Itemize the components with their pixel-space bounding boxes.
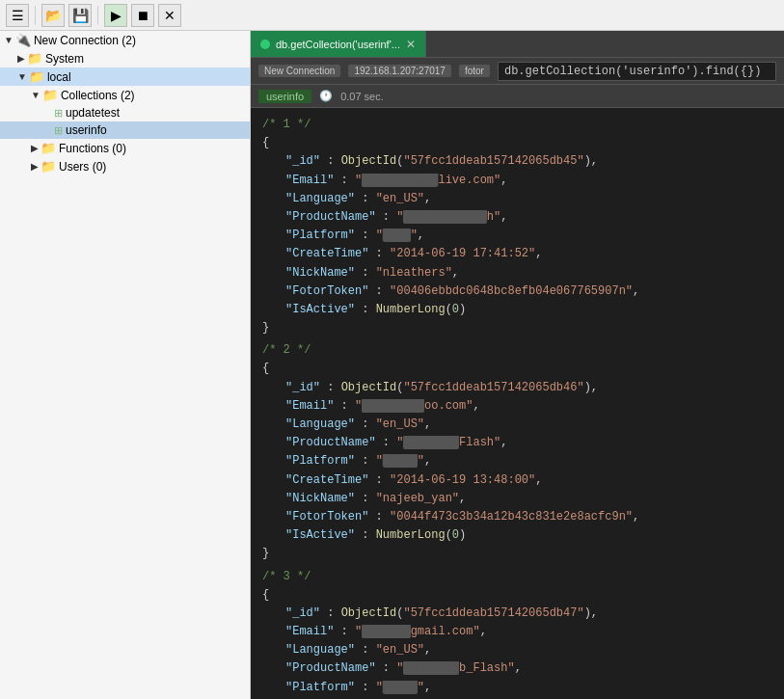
record-3: /* 3 */ { "_id" : ObjectId("57fcc1ddeab1… bbox=[262, 568, 772, 697]
collections-label: Collections (2) bbox=[61, 89, 135, 102]
clock-icon: 🕐 bbox=[319, 90, 333, 102]
main-layout: ▼ 🔌 New Connection (2) ▶ 📁 System ▼ 📁 lo… bbox=[0, 31, 784, 699]
record-1: /* 1 */ { "_id" : ObjectId("57fcc1ddeab1… bbox=[262, 116, 772, 337]
functions-icon: 📁 bbox=[41, 141, 56, 155]
address-badge: 192.168.1.207:27017 bbox=[348, 65, 451, 77]
users-arrow: ▶ bbox=[31, 161, 39, 172]
toolbar-sep-1 bbox=[35, 6, 36, 25]
expand-arrow: ▼ bbox=[4, 35, 14, 45]
query-time: 0.07 sec. bbox=[340, 91, 384, 102]
toolbar-menu-btn[interactable]: ☰ bbox=[6, 4, 29, 27]
sidebar-item-updatetest[interactable]: ▶ ⊞ updatetest bbox=[0, 104, 250, 121]
tab-label: db.getCollection('userinf'... bbox=[276, 39, 400, 50]
record-2: /* 2 */ { "_id" : ObjectId("57fcc1ddeab1… bbox=[262, 341, 772, 563]
query-bar: New Connection 192.168.1.207:27017 fotor bbox=[251, 58, 784, 85]
updatetest-icon: ⊞ bbox=[54, 107, 63, 120]
toolbar-save-btn[interactable]: 💾 bbox=[68, 4, 92, 27]
code-area[interactable]: /* 1 */ { "_id" : ObjectId("57fcc1ddeab1… bbox=[251, 108, 784, 699]
toolbar-clear-btn[interactable]: ✕ bbox=[158, 4, 181, 27]
system-label: System bbox=[45, 52, 84, 66]
active-tab[interactable]: db.getCollection('userinf'... ✕ bbox=[251, 31, 426, 57]
collections-arrow: ▼ bbox=[31, 90, 41, 100]
local-icon: 📁 bbox=[29, 69, 44, 84]
toolbar-run-btn[interactable]: ▶ bbox=[104, 4, 127, 27]
local-arrow: ▼ bbox=[17, 71, 27, 82]
toolbar: ☰ 📂 💾 ▶ ⏹ ✕ bbox=[0, 0, 784, 31]
local-label: local bbox=[47, 70, 71, 84]
sidebar-item-userinfo[interactable]: ▶ ⊞ userinfo bbox=[0, 121, 250, 139]
updatetest-label: updatetest bbox=[66, 106, 120, 120]
users-label: Users (0) bbox=[59, 160, 106, 174]
comment-2: /* 2 */ bbox=[262, 343, 311, 357]
users-icon: 📁 bbox=[41, 159, 56, 174]
userinfo-label: userinfo bbox=[66, 123, 107, 137]
functions-arrow: ▶ bbox=[31, 143, 39, 153]
collections-icon: 📁 bbox=[42, 88, 58, 102]
collection-badge: userinfo bbox=[258, 90, 311, 103]
connection-label: New Connection (2) bbox=[34, 34, 136, 47]
tab-bar: db.getCollection('userinf'... ✕ bbox=[251, 31, 784, 58]
toolbar-stop-btn[interactable]: ⏹ bbox=[131, 4, 154, 27]
connection-badge: New Connection bbox=[258, 65, 340, 77]
toolbar-sep-2 bbox=[97, 6, 98, 25]
sidebar-item-system[interactable]: ▶ 📁 System bbox=[0, 49, 250, 67]
sidebar-item-connection[interactable]: ▼ 🔌 New Connection (2) bbox=[0, 31, 250, 49]
sidebar: ▼ 🔌 New Connection (2) ▶ 📁 System ▼ 📁 lo… bbox=[0, 31, 251, 699]
sidebar-item-users[interactable]: ▶ 📁 Users (0) bbox=[0, 157, 250, 175]
tab-close-btn[interactable]: ✕ bbox=[406, 38, 416, 51]
system-icon: 📁 bbox=[27, 51, 42, 66]
content-panel: db.getCollection('userinf'... ✕ New Conn… bbox=[251, 31, 784, 699]
toolbar-open-btn[interactable]: 📂 bbox=[41, 4, 65, 27]
sidebar-item-functions[interactable]: ▶ 📁 Functions (0) bbox=[0, 139, 250, 157]
system-arrow: ▶ bbox=[17, 53, 25, 64]
tab-icon bbox=[260, 40, 270, 49]
results-bar: userinfo 🕐 0.07 sec. bbox=[251, 85, 784, 108]
functions-label: Functions (0) bbox=[59, 142, 126, 155]
query-input[interactable] bbox=[498, 62, 776, 81]
sidebar-item-local[interactable]: ▼ 📁 local bbox=[0, 67, 250, 86]
comment-1: /* 1 */ bbox=[262, 118, 311, 131]
db-badge: fotor bbox=[459, 65, 490, 77]
comment-3: /* 3 */ bbox=[262, 570, 311, 583]
sidebar-item-collections[interactable]: ▼ 📁 Collections (2) bbox=[0, 86, 250, 104]
userinfo-icon: ⊞ bbox=[54, 124, 63, 137]
connection-icon: 🔌 bbox=[15, 33, 31, 47]
